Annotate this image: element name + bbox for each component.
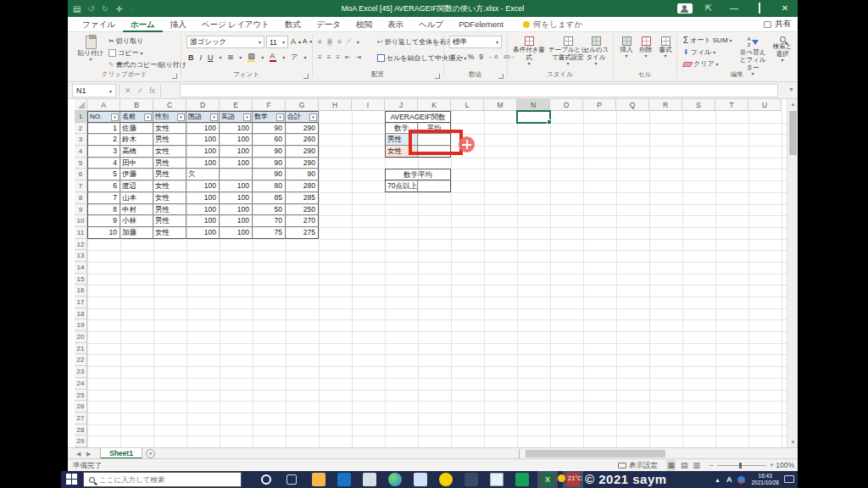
restore-button[interactable] <box>747 0 772 17</box>
cell-C7[interactable]: 女性 <box>153 180 186 192</box>
cell-F7[interactable]: 80 <box>253 180 286 192</box>
cell-G6[interactable]: 90 <box>286 169 319 180</box>
cell-D6[interactable]: 欠 <box>186 169 220 180</box>
qat-customize-icon[interactable]: ▾ <box>130 6 132 12</box>
cell-E2[interactable]: 100 <box>220 123 253 135</box>
number-dialog-launcher-icon[interactable] <box>498 74 504 79</box>
cell-F8[interactable]: 85 <box>253 192 286 204</box>
tab-データ[interactable]: データ <box>309 17 348 32</box>
close-button[interactable]: ✕ <box>772 0 798 17</box>
cut-button[interactable]: ✂切り取り <box>108 36 143 46</box>
row-header-11[interactable]: 11 <box>75 227 87 239</box>
row-header-22[interactable]: 22 <box>75 354 87 366</box>
zoom-slider[interactable]: − + <box>709 460 774 471</box>
taskbar-search[interactable] <box>83 472 242 487</box>
row-header-23[interactable]: 23 <box>75 366 87 378</box>
column-header-P[interactable]: P <box>583 99 616 111</box>
column-header-F[interactable]: F <box>253 99 286 111</box>
increase-font-icon[interactable]: A▲ <box>291 37 302 46</box>
row-header-21[interactable]: 21 <box>75 343 87 355</box>
undo-icon[interactable]: ↺ <box>87 4 94 14</box>
cell-C4[interactable]: 女性 <box>153 146 186 158</box>
cell-D4[interactable]: 100 <box>186 146 220 158</box>
task-view-icon[interactable] <box>287 474 297 485</box>
filter-dropdown-icon[interactable]: ▾ <box>309 114 317 121</box>
borders-icon[interactable]: ⊞ <box>228 53 234 61</box>
column-header-S[interactable]: S <box>682 99 715 111</box>
save-icon[interactable]: ▤ <box>73 4 81 14</box>
ribbon-display-options-icon[interactable]: ⇱ <box>696 0 721 17</box>
cell-F9[interactable]: 50 <box>253 204 286 216</box>
row-header-17[interactable]: 17 <box>75 297 87 308</box>
cell-D8[interactable]: 100 <box>186 192 220 204</box>
cell-F10[interactable]: 70 <box>253 215 286 227</box>
cell-C11[interactable]: 女性 <box>153 227 186 239</box>
tab-ホーム[interactable]: ホーム <box>123 17 163 32</box>
italic-button[interactable]: I <box>200 53 203 62</box>
tray-app-icon[interactable] <box>737 476 745 484</box>
column-header-A[interactable]: A <box>87 99 120 111</box>
row-header-18[interactable]: 18 <box>75 308 87 320</box>
name-box[interactable]: N1 ▾ <box>72 84 116 97</box>
copy-button[interactable]: コピー▾ <box>108 48 142 58</box>
row-header-27[interactable]: 27 <box>75 413 87 424</box>
normal-view-icon[interactable]: ▦ <box>666 460 676 471</box>
column-header-N[interactable]: N <box>517 99 550 111</box>
cell-C5[interactable]: 男性 <box>153 158 186 169</box>
formula-input[interactable] <box>180 84 778 97</box>
start-button[interactable] <box>64 474 80 485</box>
row-header-3[interactable]: 3 <box>75 134 87 146</box>
cell-E3[interactable]: 100 <box>220 134 253 146</box>
row-header-24[interactable]: 24 <box>75 378 87 390</box>
cell-G10[interactable]: 270 <box>286 215 319 227</box>
cell-G2[interactable]: 290 <box>286 123 319 135</box>
page-layout-view-icon[interactable]: ▤ <box>681 460 688 471</box>
row-header-16[interactable]: 16 <box>75 285 87 297</box>
align-center-icon[interactable]: ≡ <box>327 53 331 61</box>
pinned-app-icon[interactable] <box>465 473 478 486</box>
cell-E10[interactable]: 100 <box>220 215 253 227</box>
row-header-14[interactable]: 14 <box>75 262 87 274</box>
paste-button[interactable]: 貼り付け ▾ <box>76 36 105 63</box>
font-dialog-launcher-icon[interactable] <box>303 74 309 79</box>
column-header-H[interactable]: H <box>319 99 352 111</box>
align-left-icon[interactable]: ≡ <box>318 53 322 61</box>
cell-E9[interactable]: 100 <box>220 204 253 216</box>
cell-D10[interactable]: 100 <box>186 215 220 227</box>
cell-D5[interactable]: 100 <box>186 158 220 169</box>
add-sheet-icon[interactable]: + <box>146 449 155 458</box>
increase-decimal-icon[interactable]: ←.0 <box>488 54 498 59</box>
autosum-button[interactable]: Σオート SUM▾ <box>683 36 732 45</box>
cell-A2[interactable]: 1 <box>87 123 120 135</box>
filter-dropdown-icon[interactable]: ▾ <box>111 114 119 121</box>
account-avatar[interactable] <box>677 3 693 14</box>
filter-dropdown-icon[interactable]: ▾ <box>243 114 251 121</box>
comma-style-icon[interactable]: 9 <box>479 53 483 61</box>
column-header-U[interactable]: U <box>748 99 782 111</box>
cell-C8[interactable]: 女性 <box>153 192 186 204</box>
row-header-4[interactable]: 4 <box>75 146 87 158</box>
tab-PDFelement[interactable]: PDFelement <box>451 17 511 32</box>
cell-A5[interactable]: 4 <box>87 158 120 169</box>
tell-me-box[interactable]: 何をしますか <box>523 19 582 30</box>
align-top-icon[interactable]: ≡ <box>318 38 322 46</box>
row-header-20[interactable]: 20 <box>75 331 87 343</box>
tab-数式[interactable]: 数式 <box>277 17 309 32</box>
cell-D7[interactable]: 100 <box>186 180 220 192</box>
cell-B8[interactable]: 山本 <box>120 192 153 204</box>
align-bottom-icon[interactable]: ≡ <box>337 38 342 46</box>
horizontal-scroll-thumb[interactable] <box>526 450 665 458</box>
cell-F5[interactable]: 90 <box>253 158 286 169</box>
edge-icon[interactable] <box>388 473 402 486</box>
mail-icon[interactable] <box>490 473 504 486</box>
cell-D3[interactable]: 100 <box>186 134 220 146</box>
file-explorer-icon[interactable] <box>312 473 326 486</box>
zoom-in-icon[interactable]: + <box>770 460 774 471</box>
page-break-view-icon[interactable]: ▥ <box>693 460 700 471</box>
cell-F11[interactable]: 75 <box>253 227 286 239</box>
clipboard-dialog-launcher-icon[interactable] <box>172 74 177 79</box>
cell-E4[interactable]: 100 <box>220 146 253 158</box>
column-header-K[interactable]: K <box>418 99 451 111</box>
row-header-12[interactable]: 12 <box>75 239 87 251</box>
green-arrow-app-icon[interactable] <box>515 473 529 486</box>
